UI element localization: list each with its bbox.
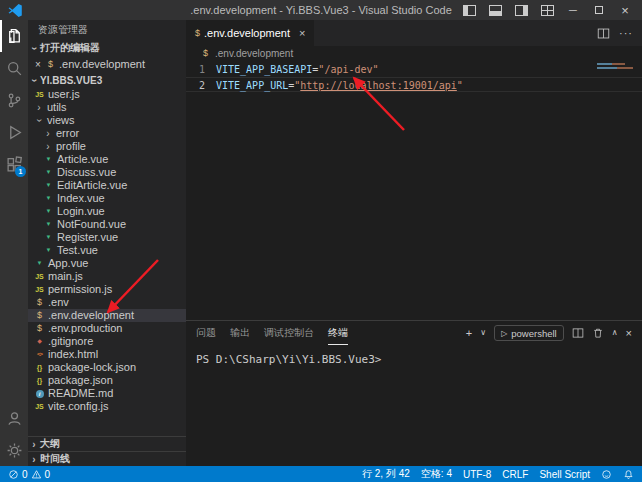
chevron-down-icon: › [29,42,40,54]
tree-item-index.html[interactable]: <>index.html [28,348,186,361]
panel-tab-调试控制台[interactable]: 调试控制台 [264,321,314,345]
tree-item-error[interactable]: ›error [28,127,186,140]
terminal-output[interactable]: PS D:\CSharp\Yi\Yi.BBS.Vue3> [186,345,642,374]
tree-item-Article.vue[interactable]: ▼Article.vue [28,153,186,166]
breadcrumb[interactable]: $ .env.development [186,46,642,60]
open-editor-item[interactable]: × $ .env.development [28,56,186,72]
tree-item-.env[interactable]: $.env [28,296,186,309]
close-icon[interactable]: × [612,0,638,20]
sidebar-bottom-sections: › 大纲 › 时间线 [28,436,186,466]
eol-sequence[interactable]: CRLF [502,469,528,480]
vscode-logo-icon [8,3,23,18]
maximize-panel-chevron-icon[interactable]: ∧ [612,329,618,337]
file-name: App.vue [48,257,88,270]
vue-file-icon: ▼ [42,166,55,179]
tree-item-.env.development[interactable]: $.env.development [28,309,186,322]
new-terminal-plus-icon[interactable]: + [466,328,472,339]
chevron-right-icon: › [42,127,54,140]
indentation[interactable]: 空格: 4 [421,467,452,481]
notifications-bell-icon[interactable] [623,469,634,480]
tree-item-user.js[interactable]: JSuser.js [28,88,186,101]
panel-tab-终端[interactable]: 终端 [328,321,348,345]
chevron-right-icon: › [28,454,40,465]
close-tab-icon[interactable]: × [299,27,305,39]
tree-item-views[interactable]: ›views [28,114,186,127]
status-bar: 0 0 行 2, 列 42 空格: 4 UTF-8 CRLF Shell Scr… [0,466,642,482]
tree-item-vite.config.js[interactable]: JSvite.config.js [28,400,186,413]
file-name: permission.js [48,283,112,296]
encoding[interactable]: UTF-8 [463,469,491,480]
file-name: .env.development [48,309,134,322]
code-line-2[interactable]: 2VITE_APP_URL="http://localhost:19001/ap… [186,77,642,92]
timeline-section[interactable]: › 时间线 [28,451,186,466]
env-file-icon: $ [33,322,46,335]
toggle-panel-icon[interactable] [482,0,508,20]
tree-item-profile[interactable]: ›profile [28,140,186,153]
toggle-secondary-sidebar-icon[interactable] [508,0,534,20]
vue-file-icon: ▼ [42,218,55,231]
md-file-icon: i [33,390,46,398]
close-panel-icon[interactable]: × [626,328,632,339]
account-icon[interactable] [0,402,28,434]
open-editors-section[interactable]: › 打开的编辑器 [28,40,186,56]
tree-item-permission.js[interactable]: JSpermission.js [28,283,186,296]
tab-env-development[interactable]: $ .env.development × [186,20,314,46]
tree-item-Register.vue[interactable]: ▼Register.vue [28,231,186,244]
minimap[interactable] [597,63,639,71]
file-name: index.html [48,348,98,361]
problems-status[interactable]: 0 0 [8,469,50,480]
tree-item-Discuss.vue[interactable]: ▼Discuss.vue [28,166,186,179]
env-file-icon: $ [33,309,46,322]
panel-tab-输出[interactable]: 输出 [230,321,250,345]
code-editor[interactable]: 1VITE_APP_BASEAPI="/api-dev"2VITE_APP_UR… [186,60,642,320]
run-debug-icon[interactable] [0,116,28,148]
env-file-icon: $ [195,28,200,38]
tree-item-EditArticle.vue[interactable]: ▼EditArticle.vue [28,179,186,192]
tree-item-README.md[interactable]: iREADME.md [28,387,186,400]
tree-item-package.json[interactable]: {}package.json [28,374,186,387]
code-line-1[interactable]: 1VITE_APP_BASEAPI="/api-dev" [186,62,642,77]
source-control-icon[interactable] [0,84,28,116]
more-actions-icon[interactable]: ··· [619,27,633,39]
toggle-sidebar-icon[interactable] [456,0,482,20]
html-file-icon: <> [33,348,46,361]
file-name: vite.config.js [48,400,109,413]
chevron-down-icon: › [29,74,40,86]
terminal-dropdown-chevron-icon[interactable]: ∨ [480,329,486,337]
language-mode[interactable]: Shell Script [539,469,590,480]
panel-header: 问题输出调试控制台终端 + ∨ ▷ powershell ∧ × [186,321,642,345]
env-file-icon: $ [33,296,46,309]
feedback-smiley-icon[interactable] [601,469,612,480]
settings-gear-icon[interactable] [0,434,28,466]
tree-item-utils[interactable]: ›utils [28,101,186,114]
tree-item-Test.vue[interactable]: ▼Test.vue [28,244,186,257]
tree-item-Login.vue[interactable]: ▼Login.vue [28,205,186,218]
activity-bar: 1 [0,20,28,466]
file-name: Discuss.vue [57,166,116,179]
warning-triangle-icon [31,469,42,480]
tree-item-App.vue[interactable]: ▼App.vue [28,257,186,270]
tree-item-.env.production[interactable]: $.env.production [28,322,186,335]
split-editor-icon[interactable] [597,27,610,40]
panel-tab-问题[interactable]: 问题 [196,321,216,345]
powershell-profile-chip[interactable]: ▷ powershell [494,325,564,341]
maximize-icon[interactable] [586,0,612,20]
kill-terminal-trash-icon[interactable] [592,327,604,339]
explorer-icon[interactable] [0,20,28,52]
tree-item-main.js[interactable]: JSmain.js [28,270,186,283]
close-editor-icon[interactable]: × [32,59,44,70]
search-icon[interactable] [0,52,28,84]
play-icon: ▷ [501,329,507,338]
cursor-position[interactable]: 行 2, 列 42 [362,467,410,481]
tree-item-package-lock.json[interactable]: {}package-lock.json [28,361,186,374]
env-file-icon: $ [44,59,57,69]
project-section[interactable]: › YI.BBS.VUE3 [28,72,186,88]
minimize-icon[interactable]: ─ [560,0,586,20]
extensions-icon[interactable]: 1 [0,148,28,180]
tree-item-NotFound.vue[interactable]: ▼NotFound.vue [28,218,186,231]
split-terminal-icon[interactable] [572,327,584,339]
tree-item-Index.vue[interactable]: ▼Index.vue [28,192,186,205]
customize-layout-icon[interactable] [534,0,560,20]
outline-section[interactable]: › 大纲 [28,436,186,451]
tree-item-.gitignore[interactable]: ◆.gitignore [28,335,186,348]
